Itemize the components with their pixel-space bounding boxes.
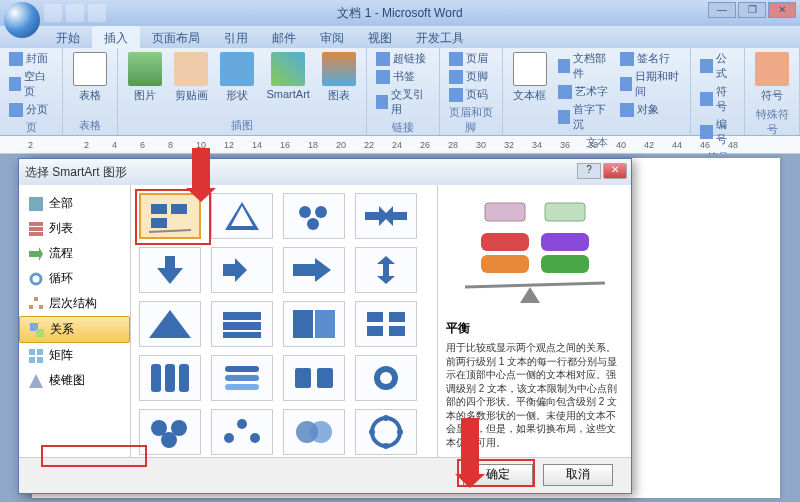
tab-page-layout[interactable]: 页面布局 <box>140 26 212 48</box>
symbol-button[interactable]: 符号 <box>697 83 738 115</box>
cat-relationship[interactable]: 关系 <box>19 316 130 343</box>
signature-button[interactable]: 签名行 <box>617 50 685 67</box>
maximize-button[interactable]: ❐ <box>738 2 766 18</box>
gallery-item[interactable] <box>283 301 345 347</box>
gallery-item[interactable] <box>139 301 201 347</box>
gallery-item[interactable] <box>211 301 273 347</box>
svg-rect-14 <box>37 357 43 363</box>
cat-all[interactable]: 全部 <box>19 191 130 216</box>
cross-ref-button[interactable]: 交叉引用 <box>373 86 433 118</box>
svg-rect-8 <box>39 305 43 309</box>
cat-matrix[interactable]: 矩阵 <box>19 343 130 368</box>
svg-rect-35 <box>223 332 261 338</box>
svg-point-51 <box>380 372 392 384</box>
textbox-button[interactable]: 文本框 <box>509 50 551 105</box>
equation-button[interactable]: 公式 <box>697 50 738 82</box>
tab-mailings[interactable]: 邮件 <box>260 26 308 48</box>
tab-home[interactable]: 开始 <box>44 26 92 48</box>
minimize-button[interactable]: — <box>708 2 736 18</box>
gallery-item[interactable] <box>355 247 417 293</box>
undo-icon[interactable] <box>66 4 84 22</box>
tab-developer[interactable]: 开发工具 <box>404 26 476 48</box>
tab-review[interactable]: 审阅 <box>308 26 356 48</box>
svg-rect-69 <box>481 255 529 273</box>
chart-button[interactable]: 图表 <box>318 50 360 105</box>
gallery-item[interactable] <box>211 193 273 239</box>
svg-rect-65 <box>485 203 525 221</box>
gallery-item[interactable] <box>283 355 345 401</box>
smartart-gallery <box>131 185 437 457</box>
smartart-button[interactable]: SmartArt <box>262 50 313 102</box>
shapes-button[interactable]: 形状 <box>216 50 258 105</box>
annotation-arrow <box>461 418 479 478</box>
svg-point-57 <box>250 433 260 443</box>
svg-rect-37 <box>315 310 335 338</box>
office-button[interactable] <box>4 2 40 38</box>
save-icon[interactable] <box>44 4 62 22</box>
picture-button[interactable]: 图片 <box>124 50 166 105</box>
tab-view[interactable]: 视图 <box>356 26 404 48</box>
svg-point-54 <box>161 432 177 448</box>
gallery-item[interactable] <box>355 409 417 455</box>
svg-rect-30 <box>293 264 297 276</box>
gallery-item[interactable] <box>283 247 345 293</box>
wordart-button[interactable]: 艺术字 <box>555 83 613 100</box>
gallery-item[interactable] <box>139 355 201 401</box>
group-text: 文本框 文档部件 艺术字 首字下沉 签名行 日期和时间 对象 文本 <box>503 48 692 135</box>
gallery-item[interactable] <box>139 409 201 455</box>
object-button[interactable]: 对象 <box>617 101 685 118</box>
redo-icon[interactable] <box>88 4 106 22</box>
cover-page-button[interactable]: 封面 <box>6 50 56 67</box>
quickparts-button[interactable]: 文档部件 <box>555 50 613 82</box>
balance-preview-icon <box>455 195 615 315</box>
dropcap-button[interactable]: 首字下沉 <box>555 101 613 133</box>
tab-references[interactable]: 引用 <box>212 26 260 48</box>
clipart-button[interactable]: 剪贴画 <box>170 50 212 105</box>
blank-page-button[interactable]: 空白页 <box>6 68 56 100</box>
gallery-item[interactable] <box>283 193 345 239</box>
footer-button[interactable]: 页脚 <box>446 68 491 85</box>
special-symbol-button[interactable]: 符号 <box>751 50 793 105</box>
svg-rect-6 <box>34 297 38 301</box>
svg-rect-45 <box>225 366 259 372</box>
cat-pyramid[interactable]: 棱锥图 <box>19 368 130 393</box>
gallery-item[interactable] <box>355 355 417 401</box>
cat-list[interactable]: 列表 <box>19 216 130 241</box>
dialog-titlebar[interactable]: 选择 SmartArt 图形 ? ✕ <box>19 159 631 185</box>
bookmark-button[interactable]: 书签 <box>373 68 433 85</box>
gallery-item[interactable] <box>355 301 417 347</box>
header-button[interactable]: 页眉 <box>446 50 491 67</box>
group-special-symbols: 符号 特殊符号 <box>745 48 800 135</box>
svg-marker-31 <box>377 256 395 284</box>
tab-insert[interactable]: 插入 <box>92 26 140 48</box>
page-break-button[interactable]: 分页 <box>6 101 56 118</box>
cat-cycle[interactable]: 循环 <box>19 266 130 291</box>
svg-marker-29 <box>297 258 331 282</box>
gallery-item[interactable] <box>211 355 273 401</box>
page-number-button[interactable]: 页码 <box>446 86 491 103</box>
datetime-button[interactable]: 日期和时间 <box>617 68 685 100</box>
table-button[interactable]: 表格 <box>69 50 111 105</box>
hyperlink-button[interactable]: 超链接 <box>373 50 433 67</box>
dialog-help-button[interactable]: ? <box>577 163 601 179</box>
horizontal-ruler: 2246810121416182022242628303234363840424… <box>0 136 800 154</box>
cancel-button[interactable]: 取消 <box>543 464 613 486</box>
gallery-item[interactable] <box>211 409 273 455</box>
category-list: 全部 列表 流程 循环 层次结构 关系 矩阵 棱锥图 <box>19 185 131 457</box>
dialog-footer: 确定 取消 <box>19 457 631 491</box>
svg-rect-43 <box>165 364 175 392</box>
svg-line-71 <box>465 283 605 287</box>
gallery-item[interactable] <box>283 409 345 455</box>
svg-rect-49 <box>317 368 333 388</box>
gallery-item[interactable] <box>355 193 417 239</box>
gallery-item[interactable] <box>139 247 201 293</box>
cat-process[interactable]: 流程 <box>19 241 130 266</box>
dialog-close-button[interactable]: ✕ <box>603 163 627 179</box>
svg-rect-11 <box>29 349 35 355</box>
hierarchy-icon <box>29 297 43 311</box>
svg-rect-7 <box>29 305 33 309</box>
gallery-item[interactable] <box>211 247 273 293</box>
close-button[interactable]: ✕ <box>768 2 796 18</box>
svg-rect-13 <box>29 357 35 363</box>
cat-hierarchy[interactable]: 层次结构 <box>19 291 130 316</box>
